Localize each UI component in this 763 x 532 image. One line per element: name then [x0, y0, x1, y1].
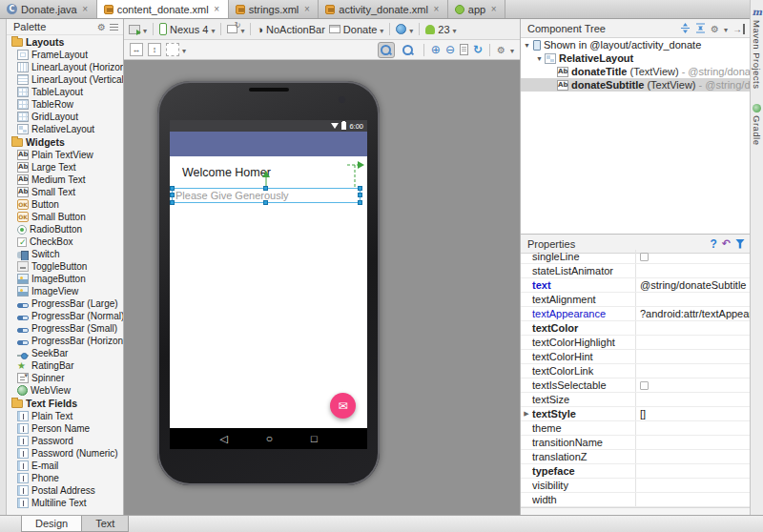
tool-window-button[interactable]: Maven Projects [752, 8, 762, 89]
palette-item[interactable]: Switch [7, 248, 123, 260]
palette-item[interactable]: LinearLayout (Horizontal) [7, 61, 123, 73]
property-value[interactable] [635, 464, 750, 478]
palette-section-header[interactable]: Widgets [7, 135, 123, 149]
editor-tab[interactable]: Donate.java [0, 0, 97, 18]
property-row[interactable]: textStyle [] [521, 407, 750, 421]
locale-selector[interactable] [396, 24, 413, 35]
palette-item[interactable]: ProgressBar (Large) [7, 297, 123, 310]
refresh-icon[interactable] [473, 43, 483, 56]
palette-item[interactable]: RelativeLayout [7, 123, 123, 135]
match-width-icon[interactable] [130, 43, 143, 56]
property-row[interactable]: textColorHint [521, 350, 750, 364]
subtitle-textview-selected[interactable]: Please Give Generously [172, 188, 361, 203]
palette-item[interactable]: Button [7, 198, 123, 211]
selection-handle[interactable] [170, 186, 175, 191]
palette-item[interactable]: Phone [7, 472, 123, 484]
hide-panel-icon[interactable] [732, 23, 745, 34]
property-value[interactable] [635, 479, 750, 492]
expand-arrow-icon[interactable] [535, 55, 544, 62]
zoom-fit-button[interactable] [378, 42, 395, 58]
selection-handle[interactable] [263, 200, 268, 205]
property-row[interactable]: visibility [521, 479, 750, 493]
property-value[interactable] [635, 436, 750, 449]
palette-item[interactable]: Plain Text [7, 410, 123, 422]
property-row[interactable]: textColorHighlight [521, 336, 750, 350]
gear-icon[interactable] [97, 21, 106, 32]
property-value[interactable] [635, 379, 750, 392]
property-row[interactable]: theme [521, 421, 750, 436]
property-row[interactable]: textColor [521, 321, 750, 336]
fab-button[interactable] [330, 393, 356, 419]
palette-item[interactable]: CheckBox [7, 235, 123, 248]
palette-item[interactable]: Spinner [7, 372, 123, 384]
palette-item[interactable]: Large Text [7, 161, 123, 174]
selection-handle[interactable] [170, 193, 175, 197]
palette-item[interactable]: Postal Address [7, 484, 123, 497]
collapse-all-icon[interactable] [695, 23, 706, 33]
property-row[interactable]: text @string/donateSubtitle [521, 278, 750, 293]
tool-window-button[interactable]: Gradle [752, 104, 762, 146]
property-value[interactable] [635, 364, 750, 378]
selection-handle[interactable] [263, 186, 268, 191]
palette-item[interactable]: ToggleButton [7, 260, 123, 273]
property-value[interactable] [635, 350, 750, 363]
variant-selector[interactable] [166, 43, 186, 56]
palette-item[interactable]: Small Text [7, 186, 123, 198]
editor-tab[interactable]: app [448, 0, 505, 18]
property-row[interactable]: singleLine [521, 250, 750, 264]
property-value[interactable] [635, 421, 750, 435]
close-icon[interactable] [432, 5, 441, 14]
expand-all-icon[interactable] [680, 23, 691, 33]
property-value[interactable] [635, 321, 750, 335]
close-icon[interactable] [302, 5, 311, 14]
palette-item[interactable]: Plain TextView [7, 149, 123, 161]
configuration-button[interactable] [129, 24, 147, 35]
gear-icon[interactable] [711, 23, 719, 34]
palette-section-header[interactable]: Text Fields [7, 397, 123, 410]
filter-icon[interactable] [735, 239, 745, 249]
palette-item[interactable]: GridLayout [7, 111, 123, 123]
palette-item[interactable]: RadioButton [7, 223, 123, 235]
selection-handle[interactable] [358, 200, 362, 205]
property-row[interactable]: textAppearance ?android:attr/textAppeara… [521, 307, 750, 321]
property-value[interactable] [635, 293, 750, 306]
palette-item[interactable]: Password (Numeric) [7, 447, 123, 460]
activity-selector[interactable]: Donate [329, 24, 384, 35]
property-value[interactable] [635, 264, 750, 277]
match-height-icon[interactable] [148, 43, 161, 56]
gear-icon[interactable] [497, 44, 505, 55]
property-row[interactable]: textIsSelectable [521, 379, 750, 393]
editor-tab[interactable]: content_donate.xml [97, 0, 229, 18]
palette-item[interactable]: ImageView [7, 285, 123, 297]
editor-mode-tab[interactable]: Text [81, 516, 129, 532]
api-level-selector[interactable]: 23 [425, 24, 456, 35]
component-tree-row[interactable]: RelativeLayout [521, 51, 750, 65]
palette-item[interactable]: RatingBar [7, 359, 123, 372]
theme-selector[interactable]: NoActionBar [257, 24, 324, 35]
selection-handle[interactable] [358, 193, 362, 197]
palette-item[interactable]: TableRow [7, 98, 123, 111]
device-selector[interactable]: Nexus 4 [159, 23, 215, 35]
palette-item[interactable]: Person Name [7, 422, 123, 435]
orientation-selector[interactable] [227, 24, 244, 35]
property-value[interactable] [635, 450, 750, 463]
restore-default-icon[interactable] [722, 237, 731, 250]
palette-item[interactable]: TableLayout [7, 86, 123, 98]
title-textview[interactable]: Welcome Homer [182, 166, 271, 179]
palette-item[interactable]: ImageButton [7, 273, 123, 285]
expand-arrow-icon[interactable] [523, 42, 531, 49]
property-value[interactable] [635, 336, 750, 349]
preview-xml-icon[interactable] [460, 44, 468, 55]
palette-item[interactable]: Multiline Text [7, 497, 123, 509]
close-icon[interactable] [213, 5, 221, 14]
editor-tab[interactable]: strings.xml [229, 0, 320, 18]
property-row[interactable]: stateListAnimator [521, 264, 750, 278]
property-row[interactable]: width [521, 493, 750, 507]
palette-item[interactable]: FrameLayout [7, 49, 123, 61]
palette-item[interactable]: Password [7, 435, 123, 447]
selection-handle[interactable] [170, 200, 175, 205]
palette-item[interactable]: WebView [7, 384, 123, 397]
property-value[interactable]: @string/donateSubtitle [635, 278, 750, 292]
editor-tab[interactable]: activity_donate.xml [319, 0, 448, 18]
component-tree-row[interactable]: Shown in @layout/activity_donate [521, 38, 750, 51]
